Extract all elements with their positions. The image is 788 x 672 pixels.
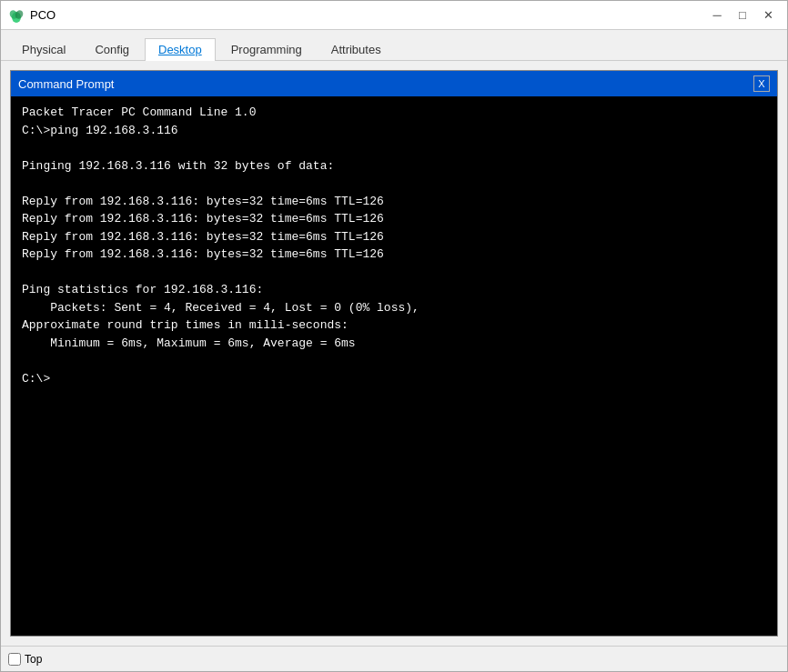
cmd-title-text: Command Prompt	[18, 77, 114, 91]
window-controls: ─ □ ✕	[705, 5, 780, 25]
bottom-bar: Top	[1, 646, 787, 671]
cmd-close-button[interactable]: X	[753, 75, 770, 92]
app-icon	[8, 7, 25, 24]
cmd-terminal-body[interactable]: Packet Tracer PC Command Line 1.0 C:\>pi…	[11, 96, 777, 636]
minimize-button[interactable]: ─	[705, 5, 729, 25]
close-button[interactable]: ✕	[756, 5, 780, 25]
top-checkbox-label[interactable]: Top	[8, 653, 42, 666]
top-label-text: Top	[25, 653, 42, 666]
top-checkbox[interactable]	[8, 653, 21, 666]
tab-attributes[interactable]: Attributes	[318, 38, 395, 60]
main-window: PCO ─ □ ✕ Physical Config Desktop Progra…	[0, 0, 788, 672]
title-bar: PCO ─ □ ✕	[1, 1, 787, 30]
command-prompt-window: Command Prompt X Packet Tracer PC Comman…	[10, 70, 778, 637]
maximize-button[interactable]: □	[731, 5, 754, 25]
window-title: PCO	[30, 8, 705, 22]
tab-config[interactable]: Config	[81, 38, 143, 60]
tabs-bar: Physical Config Desktop Programming Attr…	[1, 30, 787, 61]
tab-desktop[interactable]: Desktop	[145, 38, 216, 61]
content-area: Command Prompt X Packet Tracer PC Comman…	[1, 61, 787, 646]
tab-physical[interactable]: Physical	[8, 38, 79, 60]
cmd-title-bar: Command Prompt X	[11, 71, 777, 96]
tab-programming[interactable]: Programming	[217, 38, 316, 60]
